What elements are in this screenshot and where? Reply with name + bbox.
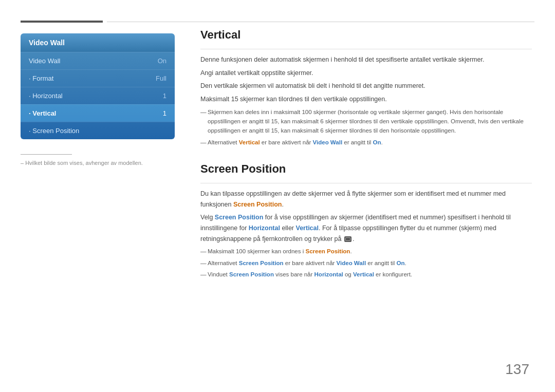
- screen-position-divider: [200, 183, 532, 183]
- sidebar-item-format-value: Full: [156, 74, 166, 82]
- sp-note2-suffix: er angitt til: [366, 260, 396, 266]
- sidebar-item-video-wall-label: Video Wall: [29, 57, 60, 65]
- sp-para2-prefix: Velg: [200, 214, 215, 221]
- sidebar-item-video-wall[interactable]: Video Wall On: [21, 52, 175, 69]
- sp-note3-h1: Screen Position: [229, 271, 274, 277]
- screen-position-section-title: Screen Position: [200, 162, 532, 176]
- screen-position-para-2: Velg Screen Position for å vise oppstill…: [200, 212, 532, 244]
- vertical-note-1: Skjermen kan deles inn i maksimalt 100 s…: [200, 107, 532, 136]
- sidebar-item-format-label: · Format: [29, 74, 53, 82]
- vertical-note2-suffix: er angitt til: [342, 139, 373, 145]
- keyboard-enter-icon: [344, 236, 351, 242]
- sidebar-item-vertical-value: 1: [163, 109, 166, 117]
- sidebar-note-text: – Hvilket bilde som vises, avhenger av m…: [21, 160, 143, 166]
- sidebar-note-divider: [21, 154, 72, 155]
- sp-para1-h1: Screen Position: [233, 201, 282, 208]
- sidebar: Video Wall Video Wall On · Format Full ·…: [21, 33, 175, 139]
- sp-note-3: Vinduet Screen Position vises bare når H…: [200, 270, 532, 279]
- vertical-para-4: Maksimalt 15 skjermer kan tilordnes til …: [200, 94, 532, 105]
- sp-note3-suffix: er konfigurert.: [374, 271, 412, 277]
- sidebar-item-video-wall-value: On: [158, 57, 166, 65]
- sidebar-item-vertical-label: · Vertical: [29, 109, 56, 117]
- vertical-note-2: Alternativet Vertical er bare aktivert n…: [200, 138, 532, 147]
- vertical-note2-end: .: [381, 139, 383, 145]
- sp-para2-h1: Screen Position: [215, 214, 263, 221]
- sp-note2-mid: er bare aktivert når: [284, 260, 337, 266]
- vertical-note2-mid: er bare aktivert når: [260, 139, 313, 145]
- vertical-note2-h3: On: [373, 139, 381, 145]
- sp-note2-prefix: Alternativet: [208, 260, 239, 266]
- sidebar-item-horizontal[interactable]: · Horizontal 1: [21, 87, 175, 104]
- sp-para2-mid2: eller: [280, 225, 296, 232]
- sidebar-item-horizontal-label: · Horizontal: [29, 92, 63, 100]
- screen-position-para-1: Du kan tilpasse oppstillingen av dette s…: [200, 189, 532, 210]
- top-light-line: [107, 22, 534, 22]
- vertical-note2-prefix: Alternativet: [208, 139, 239, 145]
- sp-note1-h1: Screen Position: [305, 248, 350, 254]
- sp-note3-mid: vises bare når: [274, 271, 314, 277]
- sidebar-item-vertical[interactable]: · Vertical 1: [21, 104, 175, 122]
- vertical-para-1: Denne funksjonen deler automatisk skjerm…: [200, 54, 532, 65]
- sidebar-item-format[interactable]: · Format Full: [21, 69, 175, 87]
- sp-para2-suffix: .: [353, 235, 354, 242]
- sidebar-item-horizontal-value: 1: [163, 92, 166, 100]
- sidebar-menu: Video Wall On · Format Full · Horizontal…: [21, 52, 175, 139]
- sidebar-header: Video Wall: [21, 33, 175, 52]
- sp-note1-suffix: .: [350, 248, 351, 254]
- sp-para1-suffix: .: [282, 201, 283, 208]
- sidebar-note: – Hvilket bilde som vises, avhenger av m…: [21, 154, 175, 167]
- sp-note3-h3: Vertical: [353, 271, 374, 277]
- vertical-section-title: Vertical: [200, 28, 532, 42]
- sidebar-item-screen-position[interactable]: · Screen Position: [21, 122, 175, 139]
- sp-note2-end: .: [405, 260, 406, 266]
- vertical-note2-h1: Vertical: [239, 139, 260, 145]
- sp-note3-h2: Horizontal: [314, 271, 343, 277]
- sidebar-item-screen-position-label: · Screen Position: [29, 127, 79, 135]
- sp-note1-prefix: Maksimalt 100 skjermer kan ordnes i: [208, 248, 305, 254]
- top-decorative-lines: [21, 21, 534, 23]
- sp-note2-h1: Screen Position: [239, 260, 284, 266]
- sidebar-header-label: Video Wall: [29, 39, 65, 47]
- vertical-note2-h2: Video Wall: [313, 139, 343, 145]
- page-number: 137: [505, 361, 529, 378]
- sp-para2-h3: Vertical: [296, 225, 319, 232]
- sp-note-2: Alternativet Screen Position er bare akt…: [200, 258, 532, 268]
- sp-note3-and: og: [343, 271, 353, 277]
- main-content: Vertical Denne funksjonen deler automati…: [200, 28, 532, 281]
- sp-note2-h2: Video Wall: [337, 260, 366, 266]
- vertical-para-2: Angi antallet vertikalt oppstilte skjerm…: [200, 68, 532, 79]
- sp-note3-prefix: Vinduet: [208, 271, 229, 277]
- vertical-divider: [200, 49, 532, 49]
- top-dark-line: [21, 21, 103, 23]
- sp-note-1: Maksimalt 100 skjermer kan ordnes i Scre…: [200, 247, 532, 256]
- vertical-para-3: Den vertikale skjermen vil automatisk bl…: [200, 81, 532, 91]
- sp-para2-h2: Horizontal: [249, 225, 280, 232]
- sp-note2-h3: On: [397, 260, 405, 266]
